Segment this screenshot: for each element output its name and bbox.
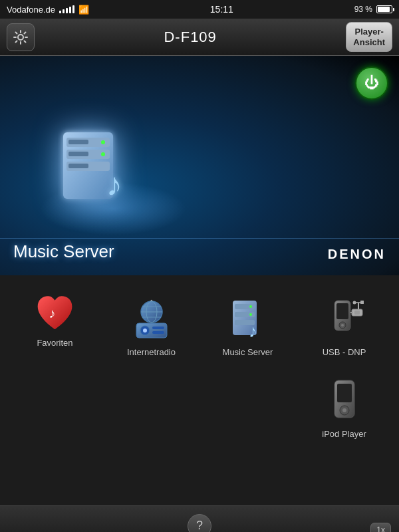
svg-text:♪: ♪ <box>249 321 257 340</box>
svg-text:♪: ♪ <box>49 306 55 321</box>
music-server-hero-icon[interactable]: ♪ <box>40 116 146 222</box>
svg-point-20 <box>143 329 147 332</box>
usbdnp-item[interactable]: USB - DNP <box>296 289 392 364</box>
favoriten-icon: ♪ <box>35 295 75 332</box>
svg-rect-6 <box>68 152 88 156</box>
battery-icon <box>376 5 392 13</box>
svg-point-9 <box>101 152 105 156</box>
svg-point-39 <box>352 301 356 304</box>
usbdnp-label: USB - DNP <box>323 347 366 357</box>
svg-point-0 <box>18 35 23 40</box>
power-button[interactable] <box>355 66 388 100</box>
hero-source-label: Music Server <box>13 241 114 262</box>
svg-point-33 <box>341 324 344 327</box>
internetradio-icon <box>125 295 178 342</box>
svg-rect-21 <box>152 327 164 329</box>
favoriten-label: Favoriten <box>37 338 72 348</box>
main-content: ♪ Music Server DENON ♪ <box>0 56 399 505</box>
svg-point-28 <box>249 313 252 316</box>
svg-rect-35 <box>354 311 360 315</box>
svg-point-27 <box>249 305 252 308</box>
source-grid: ♪ Favoriten <box>0 275 399 505</box>
gear-icon <box>13 30 28 45</box>
ipodplayer-item[interactable]: iPod Player <box>296 370 392 446</box>
battery-percent: 93 % <box>354 5 372 14</box>
usbdnp-icon <box>318 295 371 342</box>
internetradio-label: Internetradio <box>127 347 176 357</box>
status-right: 93 % <box>354 5 392 14</box>
musicserver-label: Music Server <box>223 347 273 357</box>
help-button[interactable]: ? <box>188 514 211 533</box>
ipodplayer-icon <box>318 377 371 424</box>
musicserver-icon: ♪ <box>221 295 275 342</box>
internetradio-item[interactable]: Internetradio <box>103 289 200 364</box>
bottom-bar: ? 1x <box>0 505 399 532</box>
svg-rect-5 <box>68 140 88 144</box>
signal-icon <box>59 5 74 13</box>
status-time: 15:11 <box>210 4 233 15</box>
server-svg-icon: ♪ <box>43 119 143 219</box>
svg-point-8 <box>101 140 105 144</box>
carrier-label: Vodafone.de <box>7 5 55 15</box>
svg-point-44 <box>342 408 346 412</box>
hero-separator <box>0 238 399 239</box>
favoriten-item[interactable]: ♪ Favoriten <box>7 289 103 364</box>
header: D-F109 Player- Ansicht <box>0 19 399 56</box>
hero-brand-label: DENON <box>328 247 386 262</box>
musicserver-item[interactable]: ♪ Music Server <box>200 289 296 364</box>
svg-rect-22 <box>152 331 164 334</box>
svg-text:♪: ♪ <box>106 167 122 202</box>
player-view-button[interactable]: Player- Ansicht <box>346 22 392 52</box>
svg-rect-40 <box>360 301 364 304</box>
svg-rect-42 <box>337 384 352 402</box>
settings-button[interactable] <box>7 23 35 51</box>
status-bar: Vodafone.de 📶 15:11 93 % <box>0 0 399 19</box>
zoom-badge: 1x <box>370 523 391 532</box>
device-title: D-F109 <box>164 29 216 46</box>
ipodplayer-label: iPod Player <box>322 429 366 439</box>
svg-rect-7 <box>68 164 88 168</box>
hero-section: ♪ Music Server DENON <box>0 56 399 275</box>
status-left: Vodafone.de 📶 <box>7 5 89 15</box>
wifi-icon: 📶 <box>78 5 89 15</box>
svg-rect-31 <box>336 303 348 319</box>
